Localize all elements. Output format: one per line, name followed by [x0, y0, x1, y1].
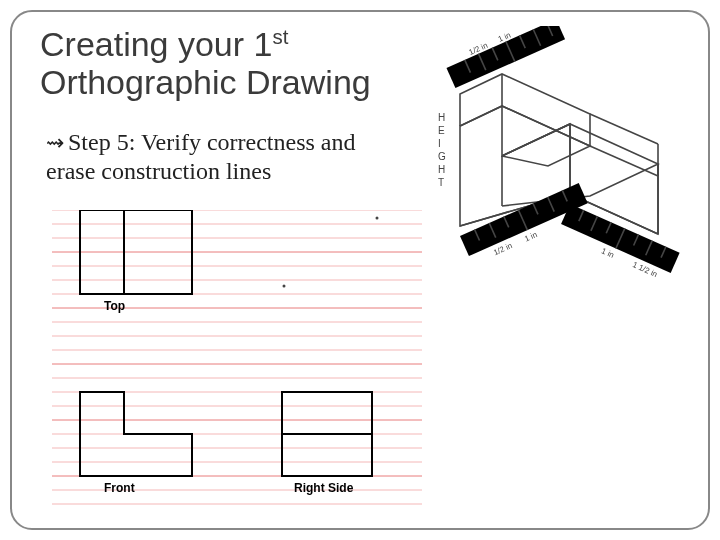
front-label: Front	[104, 481, 135, 495]
svg-text:1 in: 1 in	[600, 246, 615, 259]
svg-text:E: E	[438, 125, 445, 136]
svg-text:1 in: 1 in	[523, 230, 538, 243]
svg-text:H: H	[438, 112, 445, 123]
top-label: Top	[104, 299, 125, 313]
title-line1-sup: st	[272, 26, 288, 48]
step-bullet: ⇝Step 5: Verify correctness and erase co…	[46, 128, 376, 186]
svg-text:G: G	[438, 151, 446, 162]
slide-title: Creating your 1st Orthographic Drawing	[40, 26, 371, 101]
views	[80, 210, 372, 476]
svg-text:T: T	[438, 177, 444, 188]
height-label: H E I G H T	[438, 112, 446, 188]
title-line1-pre: Creating your 1	[40, 25, 272, 63]
isometric-figure: H E I G H T L E N G T H W I D T H	[400, 26, 690, 286]
svg-line-6	[590, 114, 658, 144]
title-line2: Orthographic Drawing	[40, 63, 371, 101]
view-labels: Top Front Right Side	[104, 299, 354, 495]
svg-point-74	[283, 285, 286, 288]
svg-text:H: H	[438, 164, 445, 175]
orthographic-figure: Top Front Right Side	[52, 210, 422, 510]
svg-text:I: I	[438, 138, 441, 149]
slide-frame: Creating your 1st Orthographic Drawing ⇝…	[10, 10, 710, 530]
ruler-top: 1/2 in 1 in	[443, 26, 565, 88]
bullet-arrow-icon: ⇝	[46, 130, 64, 155]
svg-point-73	[376, 217, 379, 220]
side-label: Right Side	[294, 481, 354, 495]
bullet-text: Step 5: Verify correctness and erase con…	[46, 129, 355, 184]
grid	[52, 210, 422, 504]
